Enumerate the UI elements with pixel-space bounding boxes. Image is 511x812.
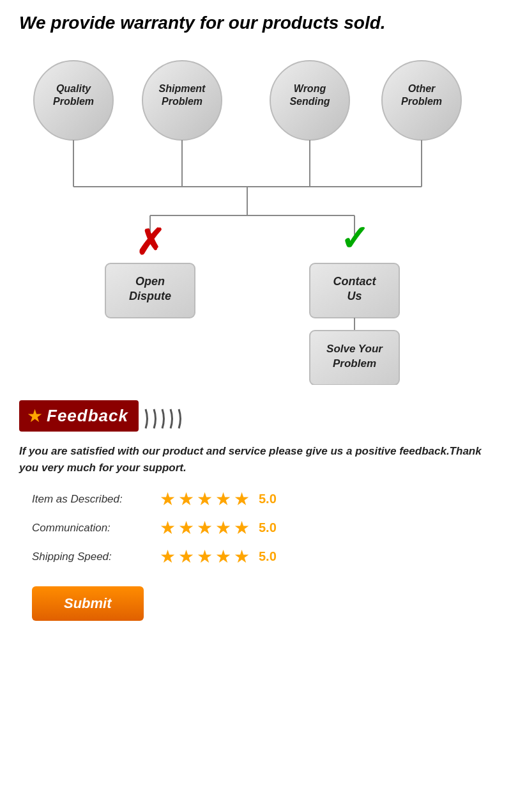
- ratings-section: Item as Described: ★ ★ ★ ★ ★ 5.0 Communi…: [19, 488, 492, 567]
- svg-text:Shipment: Shipment: [159, 83, 206, 94]
- rating-label-communication: Communication:: [32, 522, 160, 535]
- star-4: ★: [215, 488, 231, 510]
- stars-communication: ★ ★ ★ ★ ★: [160, 517, 250, 538]
- svg-text:Other: Other: [408, 83, 436, 94]
- feedback-star-icon: ★: [27, 405, 43, 426]
- star-1: ★: [160, 488, 176, 510]
- star-2: ★: [178, 546, 194, 567]
- svg-text:Solve Your: Solve Your: [326, 343, 383, 355]
- svg-text:✗: ✗: [135, 223, 165, 262]
- flowchart-svg: Quality Problem Shipment Problem Wrong S…: [19, 52, 492, 385]
- svg-text:Wrong: Wrong: [294, 83, 326, 94]
- stars-shipping: ★ ★ ★ ★ ★: [160, 546, 250, 567]
- rating-row-shipping: Shipping Speed: ★ ★ ★ ★ ★ 5.0: [32, 546, 492, 567]
- page-title: We provide warranty for our products sol…: [19, 13, 492, 33]
- star-2: ★: [178, 517, 194, 538]
- svg-text:Contact: Contact: [333, 275, 377, 288]
- svg-text:Dispute: Dispute: [129, 290, 171, 302]
- rating-label-shipping: Shipping Speed:: [32, 550, 160, 563]
- wave-decoration: [142, 406, 194, 432]
- svg-text:Problem: Problem: [333, 357, 376, 370]
- rating-row-described: Item as Described: ★ ★ ★ ★ ★ 5.0: [32, 488, 492, 510]
- star-1: ★: [160, 517, 176, 538]
- rating-value-shipping: 5.0: [259, 549, 277, 564]
- star-3: ★: [197, 517, 213, 538]
- star-5: ★: [234, 546, 250, 567]
- star-3: ★: [197, 488, 213, 510]
- svg-text:Problem: Problem: [401, 96, 442, 107]
- star-5: ★: [234, 488, 250, 510]
- feedback-label: Feedback: [47, 406, 128, 426]
- stars-described: ★ ★ ★ ★ ★: [160, 488, 250, 510]
- rating-value-described: 5.0: [259, 492, 277, 506]
- star-4: ★: [215, 517, 231, 538]
- star-4: ★: [215, 546, 231, 567]
- submit-button[interactable]: Submit: [32, 586, 144, 621]
- feedback-bar: ★ Feedback: [19, 400, 139, 432]
- star-2: ★: [178, 488, 194, 510]
- svg-text:✓: ✓: [340, 219, 369, 258]
- satisfaction-text: If you are satisfied with our product an…: [19, 443, 492, 476]
- star-1: ★: [160, 546, 176, 567]
- svg-text:Us: Us: [347, 290, 362, 302]
- svg-text:Sending: Sending: [289, 96, 330, 107]
- rating-row-communication: Communication: ★ ★ ★ ★ ★ 5.0: [32, 517, 492, 538]
- rating-label-described: Item as Described:: [32, 493, 160, 506]
- star-5: ★: [234, 517, 250, 538]
- svg-text:Quality: Quality: [56, 83, 91, 94]
- svg-text:Open: Open: [135, 275, 165, 288]
- star-3: ★: [197, 546, 213, 567]
- svg-text:Problem: Problem: [53, 96, 94, 107]
- rating-value-communication: 5.0: [259, 520, 277, 535]
- waves-svg: [142, 406, 194, 432]
- flowchart: Quality Problem Shipment Problem Wrong S…: [19, 52, 492, 387]
- svg-text:Problem: Problem: [162, 96, 202, 107]
- feedback-section: ★ Feedback If you are satisfied with our…: [19, 400, 492, 621]
